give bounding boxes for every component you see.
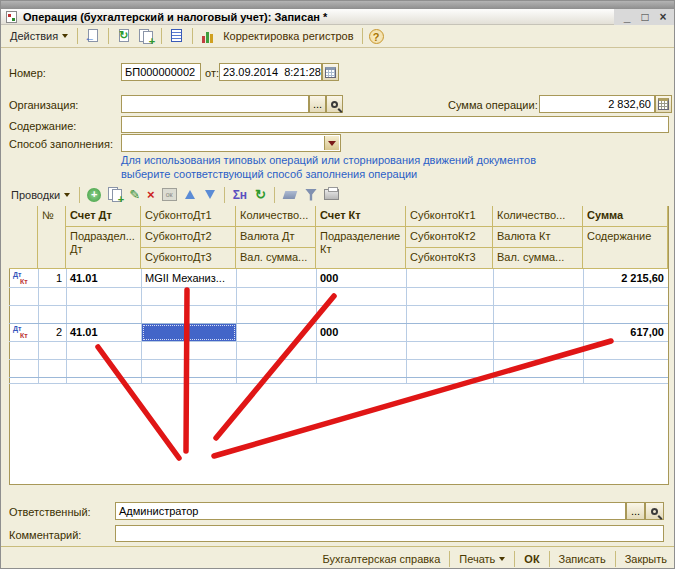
- separator: [108, 28, 109, 44]
- move-up-icon[interactable]: [185, 190, 195, 199]
- reread-icon[interactable]: ↻: [115, 28, 133, 45]
- posting-type-badge: Дт Кт: [11, 325, 35, 341]
- fill-method-select[interactable]: Вручную: [121, 134, 341, 152]
- header-kt-cur-sum: Вал. сумма...: [493, 248, 583, 269]
- responsible-label: Ответственный:: [9, 506, 91, 518]
- header-dt-currency: Валюта Дт: [236, 227, 316, 248]
- calendar-button[interactable]: [322, 63, 339, 81]
- copy-add-icon[interactable]: +: [137, 28, 155, 45]
- fill-method-value: Вручную: [137, 149, 181, 152]
- accounting-reference-button[interactable]: Бухгалтерская справка: [313, 553, 449, 565]
- organization-lookup-button[interactable]: [326, 95, 343, 113]
- operation-sum-label: Сумма операции:: [448, 99, 538, 111]
- header-kt-sub3: СубконтоКт3: [406, 248, 493, 269]
- separator: [192, 28, 193, 44]
- separator: [77, 28, 78, 44]
- organization-ellipsis-button[interactable]: ...: [309, 95, 326, 113]
- move-down-icon[interactable]: [205, 190, 215, 199]
- cell-row-number[interactable]: 1: [38, 270, 66, 287]
- header-dt-account: Счет Дт: [66, 206, 141, 227]
- parent-window-edge: [1, 1, 675, 9]
- edit-row-icon[interactable]: ✎: [129, 187, 140, 202]
- window-title: Операция (бухгалтерский и налоговый учет…: [23, 11, 327, 23]
- copy-row-icon[interactable]: +: [106, 186, 124, 203]
- settings-flag-icon[interactable]: [283, 191, 298, 199]
- posting-type-badge: Дт Кт: [11, 271, 35, 287]
- refresh-icon[interactable]: ↻: [255, 187, 266, 202]
- cell-kt-account[interactable]: 000: [316, 324, 406, 341]
- calculator-button[interactable]: [655, 95, 672, 113]
- header-kt-account: Счет Кт: [316, 206, 406, 227]
- header-dt-sub2: СубконтоДт2: [141, 227, 236, 248]
- separator: [161, 28, 162, 44]
- magnifier-icon: [651, 508, 658, 515]
- add-row-icon[interactable]: +: [87, 188, 101, 202]
- close-button[interactable]: ×: [654, 10, 672, 24]
- date-field[interactable]: 23.09.2014 8:21:28: [219, 63, 322, 81]
- window-icon: [6, 11, 17, 23]
- magnifier-icon: [331, 101, 338, 108]
- help-icon[interactable]: ?: [369, 29, 384, 44]
- header-content: Содержание: [583, 227, 668, 269]
- totals-icon[interactable]: Σн: [233, 188, 247, 202]
- operation-window: Операция (бухгалтерский и налоговый учет…: [0, 0, 675, 569]
- separator: [79, 187, 80, 203]
- ok-button[interactable]: ОК: [515, 553, 548, 565]
- write-document-icon[interactable]: ←: [84, 28, 102, 45]
- header-sum: Сумма: [583, 206, 668, 227]
- comment-field[interactable]: [115, 525, 664, 542]
- cell-sum[interactable]: 617,00: [583, 324, 668, 341]
- separator: [224, 187, 225, 203]
- cell-row-number[interactable]: 2: [38, 324, 66, 341]
- header-kt-qty: Количество...: [493, 206, 583, 227]
- delete-row-icon[interactable]: ×: [147, 187, 155, 202]
- date-label: от:: [205, 67, 219, 79]
- header-num: №: [38, 206, 66, 269]
- hint-line-1: Для использования типовых операций или с…: [121, 154, 536, 166]
- print-list-icon[interactable]: [324, 189, 339, 200]
- responsible-ellipsis-button[interactable]: ...: [626, 502, 645, 520]
- header-dt-department: Подраздел... Дт: [66, 227, 141, 269]
- cell-dt-subconto1[interactable]: MGII Механиз...: [141, 270, 236, 287]
- header-kt-sub1: СубконтоКт1: [406, 206, 493, 227]
- correction-registers-button[interactable]: Корректировка регистров: [223, 30, 353, 42]
- actions-button[interactable]: Действия: [5, 28, 73, 44]
- number-field[interactable]: БП000000002: [121, 63, 201, 81]
- separator: [362, 28, 363, 44]
- cell-dt-account[interactable]: 41.01: [66, 324, 141, 341]
- end-edit-icon[interactable]: ок: [162, 188, 177, 201]
- operation-sum-field[interactable]: 2 832,60: [539, 95, 655, 113]
- minimize-button[interactable]: _: [618, 10, 636, 24]
- postings-toolbar: Проводки + + ✎ × ок Σн ↻: [1, 184, 675, 205]
- registers-chart-icon[interactable]: [199, 28, 217, 45]
- filter-sort-icon[interactable]: [305, 189, 317, 201]
- save-button[interactable]: Записать: [550, 553, 615, 565]
- structure-icon[interactable]: [168, 28, 186, 45]
- header-dt-cur-sum: Вал. сумма...: [236, 248, 316, 269]
- postings-menu-button[interactable]: Проводки: [6, 187, 75, 203]
- header-kt-currency: Валюта Кт: [493, 227, 583, 248]
- chevron-down-icon: [64, 193, 70, 197]
- selected-cell-dt-subconto1[interactable]: [142, 324, 236, 341]
- header-dt-sub3: СубконтоДт3: [141, 248, 236, 269]
- main-toolbar: Действия ← ↻ + Корректировка регистров ?: [1, 25, 675, 48]
- dropdown-button[interactable]: [324, 136, 339, 150]
- close-window-button[interactable]: Закрыть: [616, 553, 675, 565]
- fill-method-label: Способ заполнения:: [9, 138, 113, 150]
- actions-label: Действия: [10, 30, 58, 42]
- cell-sum[interactable]: 2 215,60: [583, 270, 668, 287]
- title-bar: Операция (бухгалтерский и налоговый учет…: [1, 9, 675, 25]
- header-icon-column: [9, 206, 38, 269]
- cell-kt-account[interactable]: 000: [316, 270, 406, 287]
- organization-field[interactable]: [121, 95, 309, 113]
- content-field[interactable]: [121, 116, 669, 133]
- responsible-lookup-button[interactable]: [645, 502, 664, 520]
- print-button[interactable]: Печать: [450, 553, 514, 565]
- header-kt-sub2: СубконтоКт2: [406, 227, 493, 248]
- cell-dt-account[interactable]: 41.01: [66, 270, 141, 287]
- header-dt-sub1: СубконтоДт1: [141, 206, 236, 227]
- chevron-down-icon: [499, 557, 505, 561]
- hint-line-2: выберите соответствующий способ заполнен…: [121, 168, 417, 180]
- maximize-button[interactable]: □: [636, 10, 654, 24]
- responsible-field[interactable]: Администратор: [115, 502, 626, 520]
